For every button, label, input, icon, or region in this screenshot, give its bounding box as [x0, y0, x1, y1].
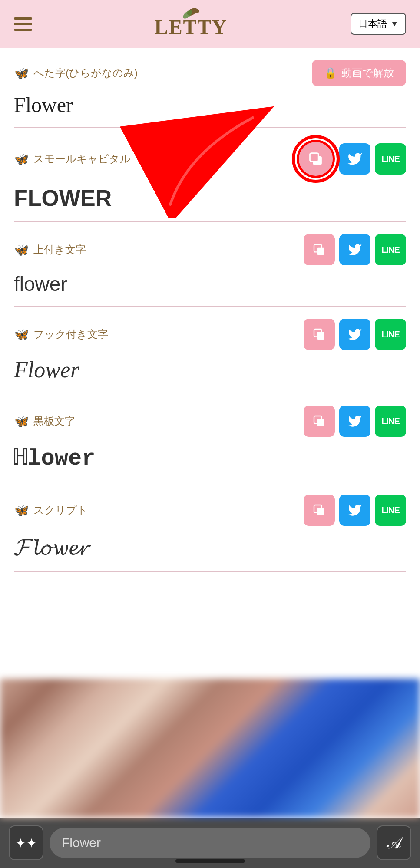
twitter-icon: [347, 327, 362, 342]
font-row-script: 🦋 スクリプト LINE �: [14, 482, 406, 572]
font-name-heta: へた字(ひらがなのみ): [33, 66, 138, 80]
twitter-button-superscript[interactable]: [339, 234, 370, 265]
font-selector-icon: 𝒜: [387, 833, 401, 853]
line-button-blackboard[interactable]: LINE: [375, 406, 406, 437]
unlock-button-heta[interactable]: 🔒 動画で解放: [312, 60, 406, 86]
butterfly-icon-small-caps: 🦋: [14, 152, 29, 166]
copy-button-script[interactable]: [304, 495, 335, 526]
action-buttons-script: LINE: [304, 495, 406, 526]
butterfly-icon-hook: 🦋: [14, 327, 29, 342]
line-icon: LINE: [381, 330, 400, 340]
font-label-script: 🦋 スクリプト: [14, 503, 88, 518]
line-icon: LINE: [381, 505, 400, 515]
copy-button-blackboard[interactable]: [304, 406, 335, 437]
sparkle-button[interactable]: ✦✦: [9, 825, 43, 860]
font-row-heta: 🦋 へた字(ひらがなのみ) 🔒 動画で解放 Flower: [14, 48, 406, 128]
copy-icon: [312, 243, 326, 257]
twitter-icon: [347, 242, 362, 257]
line-button-hook[interactable]: LINE: [375, 319, 406, 350]
twitter-icon: [347, 503, 362, 518]
font-row-small-caps: 🦋 スモールキャピタル: [14, 128, 406, 222]
font-name-small-caps: スモールキャピタル: [33, 152, 131, 166]
copy-button-hook[interactable]: [304, 319, 335, 350]
font-preview-heta: Flower: [14, 93, 406, 117]
font-row-hook: 🦋 フック付き文字 LINE: [14, 307, 406, 393]
font-name-script: スクリプト: [33, 503, 88, 517]
dropdown-arrow-icon: ▼: [390, 20, 398, 29]
line-button-small-caps[interactable]: LINE: [375, 143, 406, 175]
action-buttons-blackboard: LINE: [304, 406, 406, 437]
font-name-superscript: 上付き文字: [33, 243, 86, 257]
svg-rect-10: [317, 332, 324, 340]
butterfly-icon-blackboard: 🦋: [14, 414, 29, 429]
font-row-blackboard: 🦋 黒板文字 LINE ℍl: [14, 393, 406, 482]
copy-icon: [312, 327, 326, 341]
butterfly-icon-script: 🦋: [14, 503, 29, 518]
twitter-icon: [347, 151, 363, 167]
hamburger-menu[interactable]: [14, 17, 32, 31]
sparkle-icon: ✦✦: [15, 835, 37, 851]
copy-button-highlight-wrapper: [297, 140, 335, 178]
copy-icon: [312, 503, 326, 517]
logo-svg: LETTY: [149, 7, 235, 39]
svg-rect-12: [317, 419, 324, 426]
unlock-label: 動画で解放: [341, 66, 394, 80]
app-logo: LETTY: [149, 7, 235, 40]
font-label-heta: 🦋 へた字(ひらがなのみ): [14, 66, 138, 80]
copy-button-superscript[interactable]: [304, 234, 335, 265]
svg-rect-14: [317, 508, 324, 515]
twitter-button-hook[interactable]: [339, 319, 370, 350]
twitter-button-small-caps[interactable]: [339, 143, 370, 175]
font-label-blackboard: 🦋 黒板文字: [14, 414, 75, 429]
font-label-superscript: 🦋 上付き文字: [14, 243, 86, 257]
app-header: LETTY 日本語 ▼: [0, 0, 420, 48]
line-icon: LINE: [381, 416, 400, 426]
line-button-superscript[interactable]: LINE: [375, 234, 406, 265]
line-icon: LINE: [381, 154, 400, 164]
language-label: 日本語: [358, 17, 387, 30]
copy-button-small-caps[interactable]: [297, 140, 335, 178]
font-preview-hook: Flower: [14, 357, 406, 383]
language-selector[interactable]: 日本語 ▼: [351, 13, 406, 35]
font-selector-button[interactable]: 𝒜: [377, 825, 411, 860]
line-button-script[interactable]: LINE: [375, 495, 406, 526]
font-name-blackboard: 黒板文字: [33, 414, 75, 428]
twitter-button-blackboard[interactable]: [339, 406, 370, 437]
butterfly-icon-heta: 🦋: [14, 66, 29, 80]
font-preview-blackboard: ℍlower: [14, 444, 406, 472]
font-preview-script: 𝓕𝓵𝓸𝔀𝓮𝓻: [14, 533, 406, 561]
text-input[interactable]: [50, 828, 370, 858]
line-icon: LINE: [381, 245, 400, 255]
copy-icon: [312, 414, 326, 428]
font-row-superscript: 🦋 上付き文字 LINE f: [14, 222, 406, 307]
twitter-button-script[interactable]: [339, 495, 370, 526]
twitter-icon: [347, 414, 362, 429]
svg-rect-5: [310, 153, 319, 162]
lock-icon: 🔒: [324, 67, 337, 79]
keyboard-area: [0, 679, 420, 818]
main-content: 🦋 へた字(ひらがなのみ) 🔒 動画で解放 Flower 🦋 スモールキャピタル: [0, 48, 420, 572]
font-preview-small-caps: FLOWER: [14, 185, 406, 211]
home-indicator: [175, 859, 245, 863]
butterfly-icon-superscript: 🦋: [14, 243, 29, 257]
svg-rect-8: [317, 248, 324, 255]
font-label-hook: 🦋 フック付き文字: [14, 327, 108, 342]
action-buttons-hook: LINE: [304, 319, 406, 350]
svg-text:LETTY: LETTY: [154, 16, 227, 38]
copy-icon: [308, 151, 324, 167]
action-buttons-superscript: LINE: [304, 234, 406, 265]
font-name-hook: フック付き文字: [33, 327, 108, 341]
font-preview-superscript: flower: [14, 272, 406, 296]
font-label-small-caps: 🦋 スモールキャピタル: [14, 152, 131, 166]
action-buttons-small-caps: LINE: [297, 140, 406, 178]
